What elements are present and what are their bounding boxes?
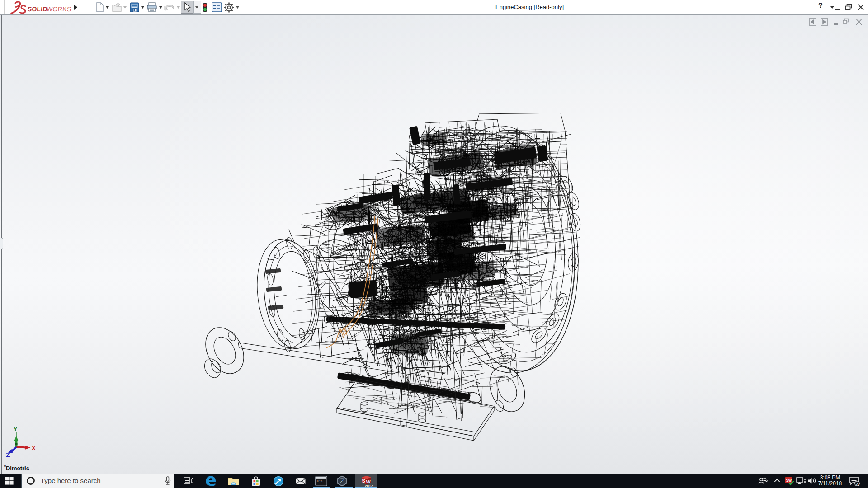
- svg-text:X: X: [32, 445, 36, 451]
- svg-text:SOLID: SOLID: [27, 5, 47, 13]
- svg-text:Y: Y: [14, 426, 18, 432]
- svg-text:3: 3: [856, 482, 859, 486]
- svg-text:S: S: [362, 478, 365, 483]
- svg-text:Sw: Sw: [786, 478, 792, 483]
- svg-text:C:\: C:\: [317, 479, 323, 483]
- svg-text:WORKS: WORKS: [46, 5, 71, 13]
